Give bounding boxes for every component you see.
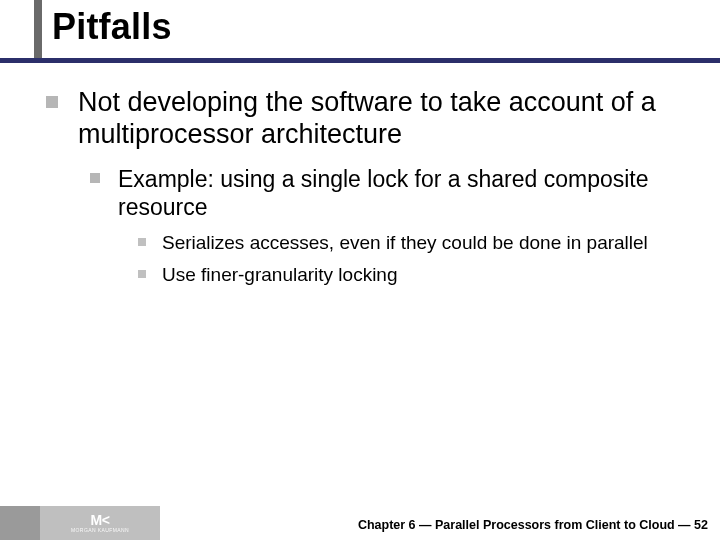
content-area: Not developing the software to take acco… bbox=[46, 86, 686, 286]
title-accent-bar bbox=[34, 0, 42, 58]
bullet-level2: Example: using a single lock for a share… bbox=[90, 165, 686, 221]
chapter-footer-text: Chapter 6 — Parallel Processors from Cli… bbox=[358, 518, 708, 532]
slide: Pitfalls Not developing the software to … bbox=[0, 0, 720, 540]
horizontal-rule bbox=[0, 58, 720, 63]
bullet-level3: Use finer-granularity locking bbox=[138, 263, 686, 287]
square-bullet-icon bbox=[90, 173, 100, 183]
square-bullet-icon bbox=[138, 270, 146, 278]
footer: M< MORGAN KAUFMANN Chapter 6 — Parallel … bbox=[0, 506, 720, 540]
logo-sub-text: MORGAN KAUFMANN bbox=[71, 528, 129, 533]
square-bullet-icon bbox=[46, 96, 58, 108]
bullet-text: Not developing the software to take acco… bbox=[58, 86, 686, 151]
bullet-level3: Serializes accesses, even if they could … bbox=[138, 231, 686, 255]
title-block: Pitfalls bbox=[34, 0, 172, 48]
bullet-level1: Not developing the software to take acco… bbox=[46, 86, 686, 151]
footer-accent-dark bbox=[0, 506, 40, 540]
bullet-text: Use finer-granularity locking bbox=[146, 263, 398, 287]
mk-logo-icon: M< MORGAN KAUFMANN bbox=[71, 513, 129, 533]
bullet-text: Serializes accesses, even if they could … bbox=[146, 231, 648, 255]
logo-main-text: M< bbox=[91, 512, 110, 528]
square-bullet-icon bbox=[138, 238, 146, 246]
publisher-logo: M< MORGAN KAUFMANN bbox=[40, 506, 160, 540]
slide-title: Pitfalls bbox=[34, 0, 172, 48]
bullet-text: Example: using a single lock for a share… bbox=[100, 165, 686, 221]
